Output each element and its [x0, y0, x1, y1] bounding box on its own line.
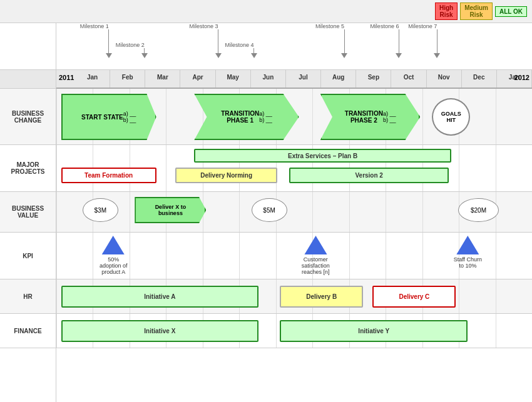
label-major-projects: MAJORPROJECTS [0, 145, 56, 192]
kpi-label: 50% adoption of product A [100, 256, 128, 275]
value-5m-oval: $5M [252, 198, 287, 222]
finance-row: Initiative XInitiative Y [56, 314, 532, 348]
grid-line [349, 233, 350, 279]
milestone-label: Milestone 5 [315, 23, 344, 29]
milestone-label: Milestone 3 [190, 23, 218, 29]
grid-line [459, 145, 459, 191]
kpi-item: Customer satisfaction reaches [n] [302, 236, 330, 275]
grid-line [276, 233, 277, 279]
milestone-label: Milestone 1 [80, 23, 109, 29]
start-state-arrow: START STATEa) __b) __ [61, 94, 156, 140]
label-milestone [0, 23, 56, 70]
month-Oct-9: Oct [391, 70, 426, 88]
project-bar: Team Formation [61, 168, 156, 183]
month-Sep-8: Sep [356, 70, 391, 88]
all-ok-legend: ALL OK [495, 6, 527, 17]
grid-line [276, 314, 277, 348]
grid-line [239, 192, 240, 232]
roadmap-body: BUSINESSCHANGE MAJORPROJECTS BUSINESSVAL… [0, 23, 532, 402]
transition-phase-2-arrow: TRANSITIONPHASE 2a) __b) __ [320, 94, 421, 140]
month-Nov-10: Nov [427, 70, 462, 88]
grid-line [496, 89, 496, 144]
month-Feb-1: Feb [110, 70, 145, 88]
grid-line [56, 314, 57, 348]
grid-line [166, 145, 166, 191]
year-2011: 2011 [56, 70, 76, 85]
label-business-value: BUSINESSVALUE [0, 192, 56, 233]
month-Aug-7: Aug [321, 70, 356, 88]
milestone-marker: Milestone 7 [422, 23, 451, 58]
kpi-item: Staff Churn to 10% [454, 236, 482, 269]
label-kpi: KPI [0, 233, 56, 279]
grid-line [422, 192, 423, 232]
grid-line [496, 145, 496, 191]
grid-line [166, 233, 166, 279]
label-hr: HR [0, 279, 56, 314]
kpi-triangle [304, 236, 327, 254]
label-timeline [0, 70, 56, 89]
project-bar: Version 2 [289, 168, 449, 183]
month-Jun-5: Jun [251, 70, 286, 88]
finance-bar: Initiative X [61, 320, 258, 342]
month-Jul-6: Jul [286, 70, 321, 88]
milestone-marker: Milestone 5 [330, 23, 359, 58]
grid-line [130, 192, 130, 232]
milestone-marker: Milestone 4 [240, 42, 269, 58]
grid-line [276, 279, 277, 313]
grid-line [56, 279, 57, 313]
month-Jan-0: Jan [75, 70, 110, 88]
grid-line [496, 233, 496, 279]
deliver-x-pentagon: Deliver X tobusiness [135, 197, 206, 223]
grid-line [56, 145, 57, 191]
grid-line [239, 233, 240, 279]
grid-line [56, 192, 57, 232]
transition-phase-1-arrow: TRANSITIONPHASE 1a) __b) __ [194, 94, 299, 140]
medium-risk-legend: MediumRisk [460, 3, 493, 20]
grid-line [496, 314, 496, 348]
value-3m-oval: $3M [83, 198, 118, 222]
grid-line [312, 89, 313, 144]
grid-area: Milestone 1Milestone 2Milestone 3Milesto… [56, 23, 532, 402]
row-labels: BUSINESSCHANGE MAJORPROJECTS BUSINESSVAL… [0, 23, 56, 402]
grid-line [203, 233, 203, 279]
kpi-label: Customer satisfaction reaches [n] [302, 256, 330, 275]
legend: HighRisk MediumRisk ALL OK [435, 3, 527, 20]
value-20m-oval: $20M [458, 198, 499, 222]
milestone-label: Milestone 7 [408, 23, 437, 29]
milestone-marker: Milestone 2 [130, 42, 159, 58]
milestone-marker: Milestone 1 [95, 23, 123, 58]
month-May-4: May [216, 70, 251, 88]
kpi-triangle [456, 236, 479, 254]
grid-line [422, 233, 423, 279]
hr-bar: Initiative A [61, 286, 258, 308]
major-projects-row: Extra Services – Plan BTeam FormationDel… [56, 145, 532, 192]
milestones-row: Milestone 1Milestone 2Milestone 3Milesto… [56, 23, 532, 70]
milestone-marker: Milestone 3 [204, 23, 233, 58]
finance-bar: Initiative Y [280, 320, 468, 342]
grid-line [496, 279, 496, 313]
kpi-label: Staff Churn to 10% [454, 256, 482, 269]
project-bar: Delivery Norming [175, 168, 277, 183]
grid-line [386, 233, 386, 279]
grid-line [459, 279, 459, 313]
hr-bar: Delivery C [372, 286, 456, 308]
timeline-header: 2011 JanFebMarAprMayJunJulAugSepOctNovDe… [56, 70, 532, 89]
header: HighRisk MediumRisk ALL OK [0, 0, 532, 23]
label-finance: FINANCE [0, 314, 56, 348]
month-Mar-2: Mar [145, 70, 180, 88]
grid-line [93, 233, 93, 279]
label-business-change: BUSINESSCHANGE [0, 89, 56, 145]
grid-line [56, 89, 57, 144]
kpi-row: 50% adoption of product ACustomer satisf… [56, 233, 532, 279]
grid-line [422, 89, 423, 144]
hr-bar: Delivery B [280, 286, 363, 308]
grid-line [312, 192, 313, 232]
month-Dec-11: Dec [462, 70, 497, 88]
business-change-row: START STATEa) __b) __TRANSITIONPHASE 1a)… [56, 89, 532, 145]
grid-line [386, 192, 386, 232]
kpi-item: 50% adoption of product A [100, 236, 128, 275]
milestone-label: Milestone 2 [116, 42, 145, 48]
month-Apr-3: Apr [180, 70, 215, 88]
milestone-label: Milestone 4 [225, 42, 254, 48]
kpi-triangle [102, 236, 125, 254]
